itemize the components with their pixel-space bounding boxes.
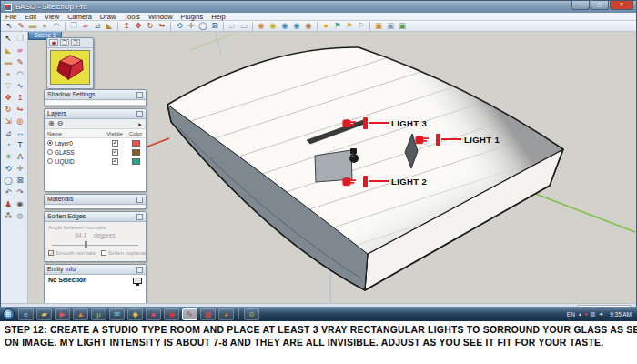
menu-window[interactable]: Window xyxy=(148,13,173,21)
flag-yellow-icon[interactable]: ⚑ xyxy=(344,21,355,31)
add-layer-button[interactable]: ⊕ xyxy=(48,119,55,128)
menu-help[interactable]: Help xyxy=(211,13,225,21)
view-back-icon[interactable]: ◉ xyxy=(303,21,314,31)
slider-thumb[interactable] xyxy=(85,241,87,248)
zoom-icon[interactable]: ◯ xyxy=(197,21,208,31)
protractor-icon[interactable]: ◔ xyxy=(3,139,15,151)
visible-checkbox[interactable] xyxy=(112,140,118,147)
offset-icon[interactable]: ↬ xyxy=(157,21,167,31)
tray-security-icon[interactable]: ● xyxy=(584,308,588,319)
ruby-gem-button[interactable]: ◆ xyxy=(49,39,58,46)
soften-coplanar-checkbox[interactable] xyxy=(101,250,106,256)
push-pull-icon[interactable]: ↥ xyxy=(121,21,132,31)
3d-viewport[interactable]: Scene 1 LIGHT 3 LIGHT 1 xyxy=(28,32,636,303)
taskbar-adobe-reader-icon[interactable]: ◉ xyxy=(164,308,179,320)
line-icon[interactable]: ✎ xyxy=(15,56,26,68)
paint-bucket-icon[interactable]: ◣ xyxy=(3,45,15,56)
orbit-icon[interactable]: ⟲ xyxy=(174,21,185,31)
zoom-extents-icon[interactable]: ⊠ xyxy=(15,175,26,187)
3d-text-icon[interactable]: A xyxy=(15,151,26,163)
layer-row[interactable]: LIQUID xyxy=(45,157,146,166)
visible-checkbox[interactable] xyxy=(112,158,118,165)
taskbar-yahoo-messenger-icon[interactable]: ☺ xyxy=(244,308,259,320)
layer-row[interactable]: GLASS xyxy=(45,147,146,157)
start-button[interactable]: ⊞ xyxy=(3,308,15,320)
expand-button[interactable] xyxy=(136,214,143,220)
menu-view[interactable]: View xyxy=(45,13,59,21)
tape-measure-icon[interactable]: ⊿ xyxy=(3,127,15,139)
component-box-gray-icon[interactable]: ▣ xyxy=(385,21,396,31)
window-layout-2-button[interactable]: ❒ xyxy=(71,39,80,46)
move-icon[interactable]: ✥ xyxy=(133,21,144,31)
flag-white-icon[interactable]: ⚐ xyxy=(356,21,367,31)
menu-draw[interactable]: Draw xyxy=(100,13,116,21)
window-layout-1-button[interactable]: ❒ xyxy=(60,39,69,46)
visible-checkbox[interactable] xyxy=(112,149,118,156)
maximize-button[interactable]: ▢ xyxy=(591,1,609,10)
clock[interactable]: 9:35 AM xyxy=(610,311,632,318)
walk-icon[interactable]: ⁂ xyxy=(3,210,15,222)
freehand-icon[interactable]: ∿ xyxy=(15,80,26,92)
taskbar-messenger-icon[interactable]: ✉ xyxy=(109,308,125,320)
position-camera-icon[interactable]: ♟ xyxy=(3,198,15,210)
tray-volume-icon[interactable]: ◄ xyxy=(598,308,603,319)
make-component-icon[interactable]: ❐ xyxy=(15,33,26,45)
details-arrow-icon[interactable]: ➤ xyxy=(137,121,142,127)
zoom-icon[interactable]: ◯ xyxy=(3,175,15,187)
menu-file[interactable]: File xyxy=(5,13,16,21)
title-bar[interactable]: BASO - SketchUp Pro –▢✕ xyxy=(1,1,636,13)
taskbar-internet-explorer-icon[interactable]: e xyxy=(18,308,34,320)
taskbar-folder-icon[interactable]: ▰ xyxy=(36,308,52,320)
follow-me-icon[interactable]: ↬ xyxy=(15,104,26,116)
view-iso-icon[interactable]: ◉ xyxy=(256,21,267,31)
layers-header[interactable]: Layers xyxy=(45,109,146,119)
view-right-icon[interactable]: ◉ xyxy=(291,21,302,31)
circle-icon[interactable]: ● xyxy=(39,21,50,31)
active-layer-radio[interactable] xyxy=(47,140,53,146)
rotate-icon[interactable]: ↻ xyxy=(145,21,156,31)
active-layer-radio[interactable] xyxy=(47,158,53,164)
move-icon[interactable]: ✥ xyxy=(3,92,15,104)
zoom-extents-icon[interactable]: ⊠ xyxy=(209,21,220,31)
dimension-icon[interactable]: ↔ xyxy=(15,127,26,139)
remove-layer-button[interactable]: ⊖ xyxy=(57,119,64,128)
menu-tools[interactable]: Tools xyxy=(124,13,140,21)
layer-color-swatch[interactable] xyxy=(132,140,140,147)
rotate-icon[interactable]: ↻ xyxy=(3,104,15,116)
taskbar-sketchup-icon[interactable]: ✎ xyxy=(182,308,197,320)
layer-row[interactable]: Layer0 xyxy=(45,138,146,147)
layer-color-swatch[interactable] xyxy=(132,149,140,156)
section-cuts-icon[interactable]: ▭ xyxy=(238,21,249,31)
menu-edit[interactable]: Edit xyxy=(25,13,36,21)
minimize-button[interactable]: – xyxy=(571,1,590,10)
polygon-icon[interactable]: ▽ xyxy=(3,80,15,92)
next-view-icon[interactable]: ↷ xyxy=(15,187,26,198)
paint-bucket-icon[interactable]: ◣ xyxy=(104,21,115,31)
component-box-green-icon[interactable]: ▣ xyxy=(397,21,408,31)
arc-icon[interactable]: ◠ xyxy=(15,68,26,80)
pan-icon[interactable]: ✛ xyxy=(15,163,26,175)
shadow-settings-header[interactable]: Shadow Settings xyxy=(45,90,146,100)
offset-icon[interactable]: ◎ xyxy=(15,116,26,127)
expand-button[interactable] xyxy=(136,197,143,203)
taskbar-photos-icon[interactable]: ◆ xyxy=(127,308,143,320)
circle-icon[interactable]: ● xyxy=(3,68,15,80)
entity-info-header[interactable]: Entity Info xyxy=(45,265,146,275)
rectangle-icon[interactable]: ▬ xyxy=(27,21,38,31)
line-icon[interactable]: ✎ xyxy=(15,21,26,31)
shadows-toggle-icon[interactable]: ● xyxy=(320,21,331,31)
section-plane-icon[interactable]: ▱ xyxy=(227,21,238,31)
previous-view-icon[interactable]: ↶ xyxy=(3,187,15,198)
expand-button[interactable] xyxy=(136,111,143,117)
smooth-normals-checkbox[interactable] xyxy=(48,250,54,256)
component-box-orange-icon[interactable]: ▣ xyxy=(373,21,384,31)
push-pull-icon[interactable]: ↥ xyxy=(15,92,26,104)
soften-edges-header[interactable]: Soften Edges xyxy=(45,212,146,222)
section-plane-icon[interactable]: ◍ xyxy=(15,210,26,222)
eraser-icon[interactable]: ▰ xyxy=(15,45,26,56)
angle-slider[interactable] xyxy=(52,245,138,246)
close-button[interactable]: ✕ xyxy=(610,1,633,10)
expand-button[interactable] xyxy=(136,267,143,273)
text-icon[interactable]: T xyxy=(15,139,26,151)
select-icon[interactable]: ↖ xyxy=(3,33,15,45)
